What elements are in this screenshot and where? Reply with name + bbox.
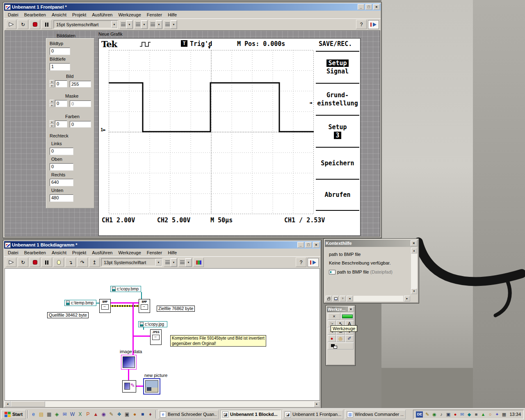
context-help-titlebar[interactable]: Kontexthilfe × bbox=[325, 240, 418, 247]
write-jpeg-node[interactable]: JPEG bbox=[150, 329, 162, 345]
tray-icon[interactable]: ○ bbox=[487, 411, 493, 418]
quicklaunch-icon[interactable]: ▤ bbox=[38, 411, 45, 418]
maximize-button[interactable]: □ bbox=[305, 242, 312, 248]
rechts-input[interactable]: 640 bbox=[50, 179, 73, 186]
write-bmp-node[interactable]: BMP bbox=[139, 299, 150, 313]
wire-to-draw[interactable] bbox=[128, 370, 129, 381]
free-comment[interactable]: Komprimiertes File 59145byte und Bild is… bbox=[170, 335, 266, 347]
run-button[interactable] bbox=[6, 20, 16, 29]
tray-icon[interactable]: ◉ bbox=[431, 411, 437, 418]
quicklaunch-icon[interactable]: ◉ bbox=[100, 411, 107, 418]
horizontal-scrollbar[interactable]: ◄ ► bbox=[5, 401, 320, 407]
front-panel-canvas[interactable]: Bilddaten Bildtyp 0 Bildtiefe 1 Bild ▲▼ … bbox=[5, 30, 380, 237]
menu-item[interactable]: Bearbeiten bbox=[21, 249, 49, 256]
resize-objects-dropdown[interactable]: ▼ bbox=[149, 20, 162, 29]
menu-item[interactable]: Fenster bbox=[144, 249, 165, 256]
quicklaunch-icon[interactable]: ▣ bbox=[123, 411, 130, 418]
quicklaunch-icon[interactable]: ❖ bbox=[116, 411, 123, 418]
quicklaunch-icon[interactable]: ▦ bbox=[46, 411, 52, 418]
tray-icon[interactable]: ● bbox=[452, 411, 458, 418]
bild-spinner[interactable]: ▲▼ bbox=[50, 80, 54, 87]
abort-button[interactable] bbox=[30, 258, 40, 267]
align-objects-dropdown[interactable]: ▼ bbox=[164, 258, 177, 267]
tray-icon[interactable]: ✎ bbox=[424, 411, 430, 418]
image-data-terminal[interactable] bbox=[121, 355, 137, 370]
maske-max-input[interactable]: 0 bbox=[70, 100, 91, 107]
menu-item[interactable]: Datei bbox=[5, 11, 21, 18]
quicklaunch-icon[interactable]: ✉ bbox=[61, 411, 68, 418]
scroll-down-button[interactable]: ▼ bbox=[411, 288, 417, 294]
simple-detailed-toggle-button[interactable] bbox=[333, 296, 339, 301]
wire-path-copy-bmp[interactable] bbox=[141, 292, 142, 299]
quicklaunch-icon[interactable]: ◈ bbox=[53, 411, 60, 418]
tray-icon[interactable]: ♪ bbox=[438, 411, 444, 418]
reorder-dropdown[interactable]: ▼ bbox=[164, 20, 177, 29]
maximize-button[interactable]: □ bbox=[365, 4, 372, 10]
farben-max-input[interactable]: 0 bbox=[70, 121, 91, 128]
menu-item[interactable]: Hilfe bbox=[165, 249, 180, 256]
task-button-bernd-schroeder[interactable]: e Bernd Schroeder Quan... bbox=[158, 410, 219, 419]
quicklaunch-icon[interactable]: P bbox=[84, 411, 91, 418]
menu-item[interactable]: Hilfe bbox=[165, 11, 180, 18]
front-panel-titlebar[interactable]: Unbenannt 1 Frontpanel * _ □ × bbox=[4, 3, 381, 11]
tool-button[interactable]: ✐ bbox=[345, 335, 354, 342]
quicklaunch-icon[interactable]: e bbox=[30, 411, 37, 418]
block-diagram-window[interactable]: Unbenannt 1 Blockdiagramm * _ □ × DateiB… bbox=[3, 240, 321, 408]
quicklaunch-icon[interactable]: ▲ bbox=[92, 411, 99, 418]
close-button[interactable]: × bbox=[411, 240, 417, 246]
minimize-button[interactable]: _ bbox=[358, 4, 364, 10]
tray-icon[interactable]: ▦ bbox=[501, 411, 507, 418]
tools-palette-window[interactable]: Werkze... × × ☞↖A∿≣❖●◎✐ Werkzeuge bbox=[326, 306, 355, 365]
tool-set-color-button[interactable] bbox=[328, 342, 354, 349]
wire-to-jpeg[interactable] bbox=[132, 336, 150, 337]
menu-item[interactable]: Fenster bbox=[144, 11, 165, 18]
vertical-scrollbar[interactable]: ▲ ▼ bbox=[411, 248, 417, 294]
bild-max-input[interactable]: 255 bbox=[70, 81, 91, 87]
bildtyp-input[interactable]: 0 bbox=[50, 48, 70, 55]
menu-item[interactable]: Werkzeuge bbox=[115, 11, 144, 18]
scroll-left-button[interactable]: ◄ bbox=[5, 401, 11, 407]
oben-input[interactable]: 0 bbox=[50, 163, 73, 171]
pause-button[interactable] bbox=[41, 20, 52, 29]
detailed-help-button[interactable]: ? bbox=[340, 296, 346, 301]
dropdown-arrow-icon[interactable]: ▼ bbox=[111, 21, 117, 28]
tray-icon[interactable]: ✉ bbox=[459, 411, 465, 418]
distribute-objects-dropdown[interactable]: ▼ bbox=[178, 258, 192, 267]
quicklaunch-icon[interactable]: X bbox=[77, 411, 84, 418]
draw-flattened-pixmap-node[interactable] bbox=[122, 380, 136, 393]
pause-button[interactable] bbox=[41, 258, 52, 267]
maske-input[interactable]: 0 bbox=[55, 100, 67, 107]
scroll-right-button[interactable]: ► bbox=[314, 401, 320, 407]
bild-input[interactable]: 0 bbox=[55, 80, 67, 87]
help-button[interactable]: ? bbox=[296, 258, 306, 267]
wire-to-new-picture[interactable] bbox=[136, 386, 144, 387]
scroll-up-button[interactable]: ▲ bbox=[411, 248, 417, 253]
font-selector[interactable]: 15pt Systemschriftart ▼ bbox=[53, 20, 118, 29]
block-diagram-canvas[interactable]: c:\temp.bmp c:\copy.bmp c:\copy.jpg Quel… bbox=[5, 268, 320, 401]
run-button[interactable] bbox=[6, 258, 16, 267]
menu-item[interactable]: Ansicht bbox=[49, 11, 69, 18]
front-panel-window[interactable]: Unbenannt 1 Frontpanel * _ □ × DateiBear… bbox=[3, 2, 381, 238]
quicklaunch-icon[interactable]: W bbox=[69, 411, 76, 418]
menu-item[interactable]: Datei bbox=[5, 249, 21, 256]
taskbar-clock[interactable]: 13:34 bbox=[509, 412, 521, 417]
close-button[interactable]: × bbox=[373, 4, 380, 10]
task-button-blockdiagramm[interactable]: ◪ Unbenannt 1 Blockd... bbox=[220, 410, 281, 419]
unten-input[interactable]: 480 bbox=[50, 194, 73, 202]
auto-tool-button[interactable] bbox=[341, 313, 354, 320]
scroll-right-button[interactable]: ► bbox=[404, 296, 410, 301]
run-continuous-button[interactable]: ↻ bbox=[18, 20, 28, 29]
close-button[interactable]: × bbox=[348, 307, 354, 312]
wire-cluster[interactable] bbox=[111, 305, 139, 307]
close-button[interactable]: × bbox=[313, 242, 320, 248]
menu-item[interactable]: Ansicht bbox=[49, 249, 69, 256]
quicklaunch-icon[interactable]: ■ bbox=[139, 411, 146, 418]
tray-icon[interactable]: ◆ bbox=[466, 411, 472, 418]
quicklaunch-icon[interactable]: ● bbox=[131, 411, 138, 418]
font-selector[interactable]: 13pt Systemschriftart ▼ bbox=[101, 258, 162, 267]
menu-item[interactable]: Projekt bbox=[69, 11, 89, 18]
target-size-label[interactable]: Zielfile 76862 byte bbox=[157, 306, 195, 312]
path-constant-copy-bmp[interactable]: c:\copy.bmp bbox=[110, 286, 141, 292]
lock-help-button[interactable] bbox=[326, 296, 332, 301]
task-button-windows-commander[interactable]: ▥ Windows Commander ... bbox=[345, 410, 406, 419]
